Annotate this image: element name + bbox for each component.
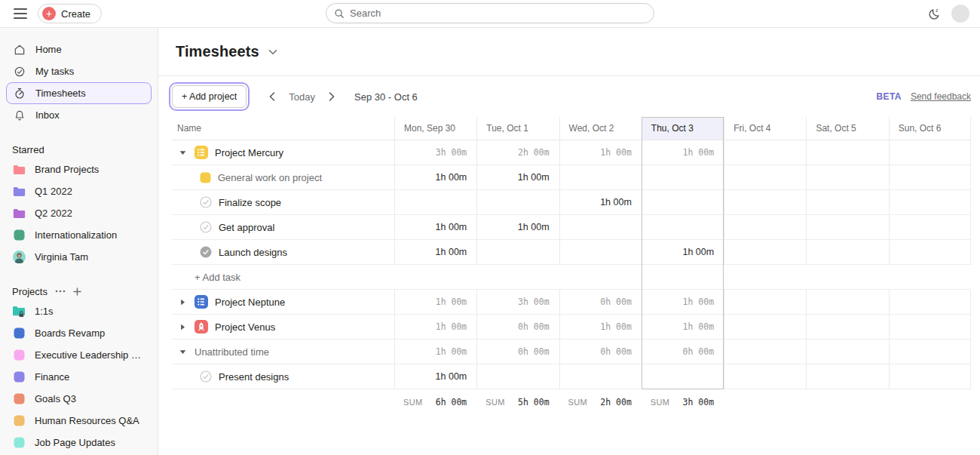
row-name-present-designs[interactable]: Present designs bbox=[172, 364, 394, 389]
timesheet-cell[interactable] bbox=[806, 140, 888, 165]
user-avatar[interactable] bbox=[951, 5, 969, 23]
timesheet-cell[interactable] bbox=[394, 190, 476, 215]
timesheet-cell[interactable] bbox=[889, 165, 971, 190]
timesheet-cell[interactable]: 1h 00m bbox=[642, 315, 724, 340]
timesheet-cell[interactable]: 1h 00m bbox=[559, 190, 642, 215]
timesheet-cell[interactable] bbox=[559, 240, 642, 265]
chevron-right-icon[interactable] bbox=[177, 324, 188, 330]
timesheet-cell[interactable] bbox=[806, 290, 888, 315]
timesheet-cell[interactable] bbox=[806, 190, 888, 215]
sidebar-item-boards-revamp[interactable]: Boards Revamp bbox=[6, 322, 152, 344]
check-done-icon[interactable] bbox=[200, 246, 212, 258]
sidebar-item-goals-q3[interactable]: Goals Q3 bbox=[6, 388, 152, 410]
timesheet-cell[interactable] bbox=[889, 340, 971, 364]
timesheet-cell[interactable] bbox=[806, 165, 888, 190]
timesheet-cell[interactable] bbox=[724, 165, 806, 190]
timesheet-cell[interactable] bbox=[724, 215, 806, 240]
row-name-project-venus[interactable]: Project Venus bbox=[172, 315, 394, 340]
add-project-button[interactable]: + Add project bbox=[172, 85, 247, 108]
timesheet-cell[interactable] bbox=[806, 265, 888, 290]
sidebar-item-q2-2022[interactable]: Q2 2022 bbox=[6, 202, 152, 224]
sidebar-item-brand-projects[interactable]: Brand Projects bbox=[6, 158, 152, 180]
timesheet-cell[interactable] bbox=[724, 265, 806, 290]
chevron-right-icon[interactable] bbox=[177, 299, 188, 306]
row-name-add-task[interactable]: + Add task bbox=[172, 265, 394, 290]
timesheet-cell[interactable] bbox=[476, 240, 559, 265]
timesheet-cell[interactable]: 1h 00m bbox=[394, 215, 476, 240]
timesheet-cell[interactable]: 1h 00m bbox=[394, 364, 476, 389]
timesheet-cell[interactable]: 1h 00m bbox=[559, 140, 642, 165]
timesheet-cell[interactable]: 0h 00m bbox=[642, 340, 724, 364]
timesheet-cell[interactable]: 1h 00m bbox=[394, 315, 476, 340]
send-feedback-link[interactable]: Send feedback bbox=[911, 91, 971, 102]
timesheet-cell[interactable] bbox=[806, 340, 888, 364]
timesheet-cell[interactable]: 1h 00m bbox=[476, 215, 559, 240]
projects-overflow-icon[interactable] bbox=[55, 290, 66, 293]
sidebar-item-home[interactable]: Home bbox=[6, 38, 152, 60]
timesheet-cell[interactable] bbox=[889, 215, 971, 240]
timesheet-cell[interactable]: 1h 00m bbox=[642, 140, 724, 165]
timesheet-cell[interactable] bbox=[806, 240, 888, 265]
timesheet-cell[interactable] bbox=[724, 240, 806, 265]
sidebar-item-job-page-updates[interactable]: Job Page Updates bbox=[6, 432, 152, 453]
timesheet-cell[interactable] bbox=[806, 315, 888, 340]
timesheet-cell[interactable] bbox=[559, 165, 642, 190]
timesheet-cell[interactable] bbox=[642, 265, 724, 290]
row-name-project-mercury[interactable]: Project Mercury bbox=[172, 140, 394, 165]
timesheet-cell[interactable] bbox=[724, 290, 806, 315]
timesheet-cell[interactable] bbox=[559, 265, 642, 290]
timesheet-cell[interactable] bbox=[806, 215, 888, 240]
add-project-plus-icon[interactable] bbox=[73, 287, 81, 296]
timesheet-cell[interactable] bbox=[642, 165, 724, 190]
timesheet-cell[interactable] bbox=[476, 190, 559, 215]
timesheet-cell[interactable] bbox=[559, 215, 642, 240]
row-name-get-approval[interactable]: Get approval bbox=[172, 215, 394, 240]
chevron-down-icon[interactable] bbox=[177, 150, 188, 155]
timesheet-cell[interactable] bbox=[806, 364, 888, 389]
sidebar-item-my-tasks[interactable]: My tasks bbox=[6, 60, 152, 82]
timesheet-cell[interactable]: 0h 00m bbox=[559, 290, 642, 315]
search-box[interactable] bbox=[326, 3, 654, 23]
timesheet-cell[interactable]: 1h 00m bbox=[394, 165, 476, 190]
timesheet-cell[interactable] bbox=[724, 315, 806, 340]
timesheet-cell[interactable]: 2h 00m bbox=[476, 140, 559, 165]
sidebar-item-timesheets[interactable]: Timesheets bbox=[6, 82, 152, 104]
timesheet-cell[interactable]: 1h 00m bbox=[642, 240, 724, 265]
add-task-button[interactable]: + Add task bbox=[177, 272, 240, 283]
timesheet-cell[interactable] bbox=[724, 140, 806, 165]
timesheet-cell[interactable] bbox=[476, 364, 559, 389]
sidebar-item-q1-2022[interactable]: Q1 2022 bbox=[6, 180, 152, 202]
timesheet-cell[interactable] bbox=[394, 265, 476, 290]
timesheet-cell[interactable] bbox=[642, 215, 724, 240]
timesheet-cell[interactable]: 0h 00m bbox=[476, 315, 559, 340]
timesheet-cell[interactable] bbox=[889, 190, 971, 215]
timesheet-cell[interactable]: 1h 00m bbox=[394, 290, 476, 315]
sidebar-item-finance[interactable]: Finance bbox=[6, 366, 152, 388]
timesheet-cell[interactable]: 1h 00m bbox=[642, 290, 724, 315]
timesheet-cell[interactable] bbox=[642, 364, 724, 389]
create-button[interactable]: + Create bbox=[38, 4, 102, 23]
timesheet-cell[interactable] bbox=[559, 364, 642, 389]
timesheet-cell[interactable] bbox=[889, 240, 971, 265]
timesheet-cell[interactable] bbox=[724, 190, 806, 215]
search-input[interactable] bbox=[350, 8, 646, 19]
sidebar-item-executive-leadership-gr[interactable]: Executive Leadership Gr... bbox=[6, 344, 152, 366]
today-button[interactable]: Today bbox=[289, 91, 315, 103]
timesheet-cell[interactable]: 1h 00m bbox=[394, 340, 476, 364]
timesheet-cell[interactable] bbox=[889, 140, 971, 165]
timesheet-cell[interactable] bbox=[476, 265, 559, 290]
timesheet-cell[interactable] bbox=[889, 364, 971, 389]
check-icon[interactable] bbox=[200, 196, 212, 208]
sidebar-item-1-1s[interactable]: 1:1s bbox=[6, 300, 152, 322]
timesheet-cell[interactable]: 3h 00m bbox=[394, 140, 476, 165]
hamburger-menu-icon[interactable] bbox=[8, 2, 33, 25]
timesheet-cell[interactable]: 1h 00m bbox=[394, 240, 476, 265]
timesheet-cell[interactable] bbox=[889, 290, 971, 315]
sidebar-item-virginia-tam[interactable]: Virginia Tam bbox=[6, 246, 152, 268]
next-week-chevron-icon[interactable] bbox=[326, 89, 338, 104]
check-icon[interactable] bbox=[200, 221, 212, 233]
timesheet-cell[interactable] bbox=[889, 265, 971, 290]
timesheet-cell[interactable]: 3h 00m bbox=[476, 290, 559, 315]
row-name-unattributed-time[interactable]: Unattributed time bbox=[172, 340, 394, 364]
previous-week-chevron-icon[interactable] bbox=[266, 89, 278, 104]
